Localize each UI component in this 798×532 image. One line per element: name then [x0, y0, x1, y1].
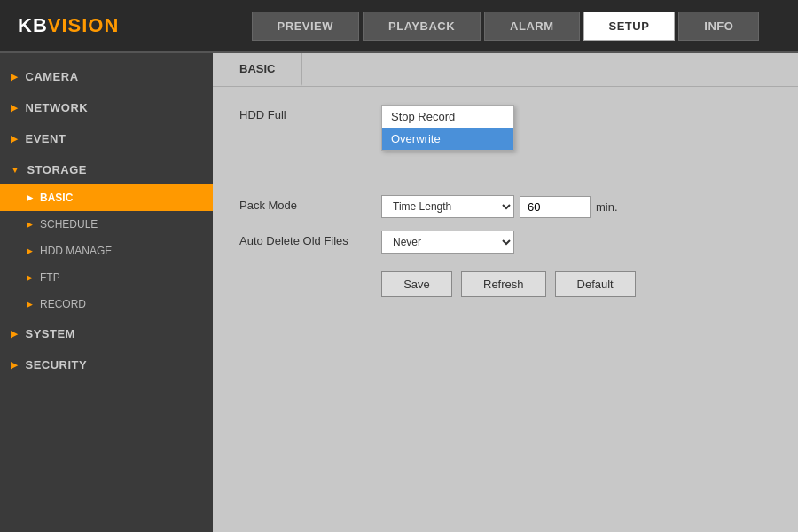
- sub-arrow-hdd: ▶: [27, 246, 33, 255]
- sidebar-arrow-camera: [11, 72, 19, 82]
- auto-delete-row: Auto Delete Old Files Never: [239, 231, 771, 254]
- sidebar-header-camera[interactable]: CAMERA: [0, 62, 213, 91]
- sidebar-item-record[interactable]: ▶ RECORD: [0, 291, 213, 317]
- sidebar-item-ftp-label: FTP: [40, 271, 60, 284]
- logo-vision: VISION: [48, 14, 120, 37]
- tab-alarm[interactable]: ALARM: [484, 12, 579, 41]
- sidebar-arrow-system: [11, 329, 19, 339]
- auto-delete-control: Never: [381, 231, 514, 254]
- sidebar-section-camera: CAMERA: [0, 62, 213, 91]
- sidebar-label-event: EVENT: [26, 132, 66, 145]
- sidebar-section-network: NETWORK: [0, 93, 213, 122]
- hdd-option-stop-record[interactable]: Stop Record: [382, 106, 513, 128]
- hdd-full-row: HDD Full Stop Record Overwrite: [239, 105, 771, 151]
- sidebar-item-hdd-manage[interactable]: ▶ HDD MANAGE: [0, 238, 213, 264]
- header: KBVISION PREVIEW PLAYBACK ALARM SETUP IN…: [0, 0, 798, 53]
- sidebar-item-basic[interactable]: ▶ BASIC: [0, 184, 213, 211]
- pack-mode-unit: min.: [596, 200, 618, 214]
- refresh-button[interactable]: Refresh: [461, 271, 546, 297]
- nav-tabs: PREVIEW PLAYBACK ALARM SETUP INFO: [213, 12, 798, 41]
- tab-setup[interactable]: SETUP: [583, 12, 676, 41]
- buttons-row: Save Refresh Default: [239, 271, 771, 297]
- tab-preview[interactable]: PREVIEW: [252, 12, 359, 41]
- auto-delete-select[interactable]: Never: [381, 231, 514, 254]
- sidebar-header-storage[interactable]: STORAGE: [0, 155, 213, 184]
- main-layout: CAMERA NETWORK EVENT STORAGE ▶: [0, 53, 798, 532]
- sidebar-item-hdd-label: HDD MANAGE: [40, 245, 112, 257]
- sidebar-header-system[interactable]: SYSTEM: [0, 319, 213, 348]
- pack-mode-value-input[interactable]: 60: [520, 196, 591, 218]
- sidebar-section-system: SYSTEM: [0, 319, 213, 348]
- save-button[interactable]: Save: [381, 271, 452, 297]
- pack-mode-row: Pack Mode Time Length File Size 60 min.: [239, 195, 771, 218]
- content-tab-header: BASIC: [213, 53, 798, 87]
- hdd-full-label: HDD Full: [239, 105, 381, 121]
- hdd-full-control: Stop Record Overwrite: [381, 105, 514, 151]
- sub-arrow-basic: ▶: [27, 193, 33, 202]
- content-tab-basic[interactable]: BASIC: [213, 53, 302, 86]
- default-button[interactable]: Default: [555, 271, 636, 297]
- logo-kb: KB: [18, 14, 48, 37]
- hdd-option-overwrite[interactable]: Overwrite: [382, 128, 513, 150]
- sidebar-section-security: SECURITY: [0, 350, 213, 379]
- sidebar-item-ftp[interactable]: ▶ FTP: [0, 264, 213, 291]
- sidebar: CAMERA NETWORK EVENT STORAGE ▶: [0, 53, 213, 532]
- sidebar-item-schedule[interactable]: ▶ SCHEDULE: [0, 211, 213, 238]
- sidebar-arrow-security: [11, 360, 19, 370]
- auto-delete-label: Auto Delete Old Files: [239, 231, 381, 247]
- content-area: BASIC HDD Full Stop Record Overwrite Pac…: [213, 53, 798, 532]
- logo-area: KBVISION: [0, 14, 213, 37]
- sidebar-item-basic-label: BASIC: [40, 192, 73, 204]
- sidebar-arrow-storage: [11, 165, 20, 175]
- sidebar-label-storage: STORAGE: [27, 163, 87, 176]
- sidebar-label-system: SYSTEM: [26, 327, 75, 340]
- sidebar-item-record-label: RECORD: [40, 298, 86, 310]
- sidebar-arrow-network: [11, 103, 19, 113]
- sub-arrow-record: ▶: [27, 300, 33, 309]
- sidebar-header-event[interactable]: EVENT: [0, 124, 213, 153]
- sidebar-arrow-event: [11, 134, 19, 144]
- sidebar-item-schedule-label: SCHEDULE: [40, 218, 98, 231]
- sidebar-label-network: NETWORK: [26, 101, 89, 114]
- sidebar-label-security: SECURITY: [26, 358, 88, 372]
- sidebar-header-security[interactable]: SECURITY: [0, 350, 213, 379]
- pack-mode-label: Pack Mode: [239, 195, 381, 212]
- sidebar-label-camera: CAMERA: [26, 70, 79, 83]
- hdd-full-open-list: Stop Record Overwrite: [381, 105, 514, 151]
- sub-arrow-schedule: ▶: [27, 220, 33, 229]
- tab-info[interactable]: INFO: [678, 12, 759, 41]
- sidebar-header-network[interactable]: NETWORK: [0, 93, 213, 122]
- tab-playback[interactable]: PLAYBACK: [363, 12, 481, 41]
- form-area: HDD Full Stop Record Overwrite Pack Mode…: [213, 87, 798, 315]
- sidebar-section-storage: STORAGE ▶ BASIC ▶ SCHEDULE ▶ HDD MANAGE …: [0, 155, 213, 317]
- pack-mode-select[interactable]: Time Length File Size: [381, 195, 514, 218]
- sub-arrow-ftp: ▶: [27, 273, 33, 282]
- hdd-full-dropdown-wrapper: Stop Record Overwrite: [381, 105, 514, 151]
- sidebar-section-event: EVENT: [0, 124, 213, 153]
- pack-mode-control: Time Length File Size 60 min.: [381, 195, 618, 218]
